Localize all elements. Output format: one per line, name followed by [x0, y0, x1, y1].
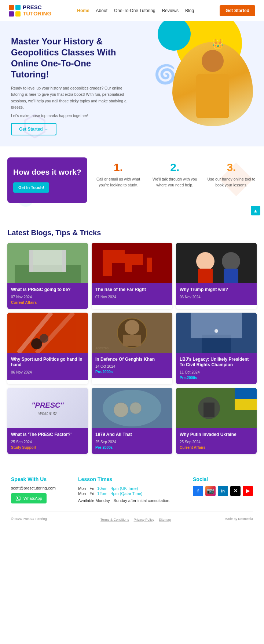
footer-speak-title: Speak With Us	[11, 476, 56, 482]
hero-title: Master Your History & Geopolitics Classe…	[11, 36, 128, 80]
whatsapp-label: WhatsApp	[23, 496, 42, 501]
nav-cta-button[interactable]: Get Started	[220, 5, 255, 16]
blog-card-3[interactable]: Why Sport and Politics go hand in hand 0…	[7, 313, 88, 384]
svg-point-16	[196, 252, 214, 270]
nav-reviews[interactable]: Reviews	[162, 8, 179, 13]
nav-blog[interactable]: Blog	[185, 8, 194, 13]
card-8-date: 25 Sep 2024	[180, 440, 253, 444]
how-steps: 1. Call or email us with what you're loo…	[93, 157, 257, 203]
svg-rect-13	[125, 254, 143, 265]
blog-card-4[interactable]: A085790 In Defence Of Genghis Khan 14 Oc…	[92, 313, 172, 384]
crown-icon: 👑	[212, 38, 224, 50]
linkedin-icon[interactable]: in	[218, 486, 228, 496]
step-1-num: 1.	[93, 161, 144, 174]
terms-link[interactable]: Terms & Conditions	[100, 518, 129, 521]
card-4-date: 14 Oct 2024	[95, 364, 169, 368]
blog-card-2[interactable]: Why Trump might win? 06 Nov 2024	[176, 243, 257, 309]
blog-card-6[interactable]: "PRESC" What is it? What is 'The PRESC F…	[7, 388, 88, 454]
svg-rect-6	[29, 250, 66, 272]
svg-point-36	[114, 403, 128, 417]
how-step-3: 3. Use our handy online tool to book you…	[206, 161, 257, 188]
card-8-title: Why Putin Invaded Ukraine	[180, 432, 253, 438]
instagram-icon[interactable]: 📷	[205, 486, 216, 496]
footer-copyright: © 2024 PRESC Tutoring	[11, 517, 47, 521]
lesson-time-1: 10am - 4pm (UK Time)	[97, 486, 145, 491]
card-4-title: In Defence Of Genghis Khan	[95, 357, 169, 363]
card-7-title: 1979 And All That	[95, 432, 169, 438]
card-3-date: 06 Nov 2024	[11, 370, 84, 374]
how-step-2: 2. We'll talk through with you where you…	[150, 161, 200, 188]
lesson-day-2: Mon - Fri	[78, 491, 97, 496]
made-by: Made by Noxmedia	[224, 517, 253, 521]
step-3-num: 3.	[206, 161, 257, 174]
social-icon-row: f 📷 in ✕ ▶	[193, 486, 253, 496]
card-0-tag: Current Affairs	[11, 301, 84, 305]
logo[interactable]: PRESCTUTORING	[9, 4, 51, 17]
how-step-1: 1. Call or email us with what you're loo…	[93, 161, 144, 188]
card-2-title: Why Trump might win?	[180, 287, 253, 293]
footer-email[interactable]: scott@presctutoring.com	[11, 486, 56, 490]
footer-legal-links: Terms & Conditions Privacy Policy Sitema…	[99, 516, 172, 522]
lesson-time-2: 12pm - 4pm (Qatar Time)	[97, 491, 145, 496]
logo-text: PRESCTUTORING	[23, 4, 51, 17]
lesson-availability: Available Monday - Sunday after initial …	[78, 498, 170, 503]
card-1-title: The rise of the Far Right	[95, 287, 169, 293]
sitemap-link[interactable]: Sitemap	[159, 518, 171, 521]
nav-about[interactable]: About	[96, 8, 107, 13]
facebook-icon[interactable]: f	[193, 486, 203, 496]
step-1-desc: Call or email us with what you're lookin…	[93, 177, 144, 188]
card-6-tag: Study Support	[11, 445, 84, 450]
hero-cta-button[interactable]: Get Started →	[11, 123, 56, 135]
card-2-date: 06 Nov 2024	[180, 295, 253, 299]
blogs-section: Latest Blogs, Tips & Tricks What is PRES…	[0, 221, 264, 465]
footer: Speak With Us scott@presctutoring.com Wh…	[0, 465, 264, 527]
scroll-top-button[interactable]: ▲	[251, 206, 260, 215]
privacy-link[interactable]: Privacy Policy	[134, 518, 154, 521]
svg-rect-0	[9, 5, 14, 10]
card-3-title: Why Sport and Politics go hand in hand	[11, 357, 84, 368]
blog-card-8[interactable]: Why Putin Invaded Ukraine 25 Sep 2024 Cu…	[176, 388, 257, 454]
svg-rect-11	[103, 250, 125, 263]
svg-rect-3	[15, 11, 21, 17]
blog-card-7[interactable]: 1979 And All That 25 Sep 2024 Pre-2000s	[92, 388, 172, 454]
blog-card-1[interactable]: The rise of the Far Right 07 Nov 2024	[92, 243, 172, 309]
footer-lessons: Lesson Times Mon - Fri 10am - 4pm (UK Ti…	[78, 476, 170, 504]
x-twitter-icon[interactable]: ✕	[230, 486, 241, 496]
svg-rect-15	[176, 243, 257, 283]
footer-speak: Speak With Us scott@presctutoring.com Wh…	[11, 476, 56, 504]
card-1-date: 07 Nov 2024	[95, 295, 169, 299]
youtube-icon[interactable]: ▶	[243, 486, 253, 496]
svg-rect-8	[62, 250, 66, 272]
card-7-tag: Pre-2000s	[95, 445, 169, 450]
hero-section: ⬡ Master Your History & Geopolitics Clas…	[0, 21, 264, 146]
svg-rect-2	[9, 11, 14, 17]
svg-rect-19	[224, 269, 238, 283]
card-6-title: What is 'The PRESC Factor?'	[11, 432, 84, 438]
card-0-title: What is PRESC going to be?	[11, 287, 84, 293]
hero-desc1: Ready to level up your history and geopo…	[11, 85, 128, 110]
svg-text:A085790: A085790	[95, 346, 109, 350]
footer-lesson-title: Lesson Times	[78, 476, 170, 482]
card-5-title: LBJ's Legacy: Unlikely President To Civi…	[180, 357, 253, 368]
whatsapp-button[interactable]: WhatsApp	[11, 493, 47, 503]
hero-desc2: Let's make those top marks happen togeth…	[11, 113, 128, 118]
step-2-num: 2.	[150, 161, 200, 174]
blogs-title: Latest Blogs, Tips & Tricks	[7, 229, 257, 237]
nav-tutoring[interactable]: One-To-One Tutoring	[114, 8, 155, 13]
card-0-date: 07 Nov 2024	[11, 295, 84, 299]
footer-bottom: © 2024 PRESC Tutoring Terms & Conditions…	[11, 512, 253, 522]
svg-rect-42	[203, 403, 214, 417]
card-5-tag: Pre-2000s	[180, 376, 253, 380]
card-6-date: 25 Sep 2024	[11, 440, 84, 444]
blog-card-5[interactable]: LBJ's Legacy: Unlikely President To Civi…	[176, 313, 257, 384]
svg-point-17	[222, 252, 240, 270]
lesson-time-table: Mon - Fri 10am - 4pm (UK Time) Mon - Fri…	[78, 486, 145, 496]
svg-rect-1	[15, 5, 21, 10]
svg-point-33	[214, 329, 218, 333]
step-2-desc: We'll talk through with you where you ne…	[150, 177, 200, 188]
svg-rect-40	[235, 399, 257, 410]
how-cta-button[interactable]: Get In Touch!	[13, 182, 49, 193]
nav-home[interactable]: Home	[77, 8, 89, 13]
blog-card-0[interactable]: What is PRESC going to be? 07 Nov 2024 C…	[7, 243, 88, 309]
blog-grid: What is PRESC going to be? 07 Nov 2024 C…	[7, 243, 257, 454]
